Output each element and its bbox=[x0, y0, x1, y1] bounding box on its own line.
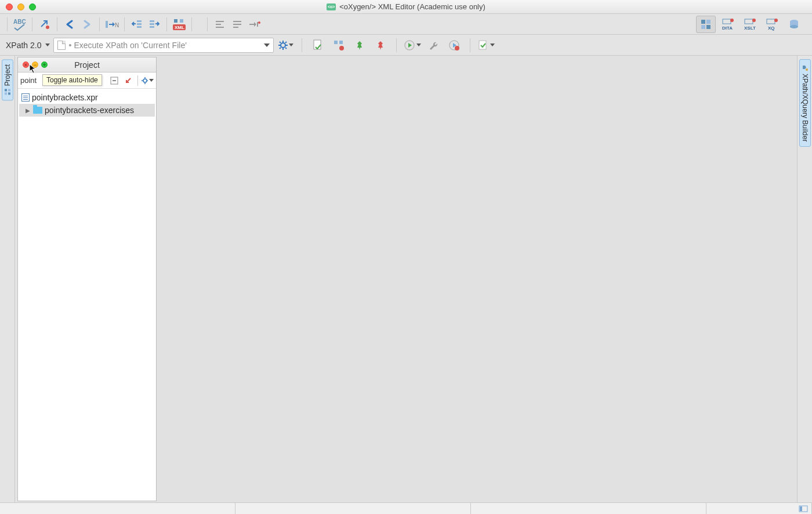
project-dock-label: Project bbox=[3, 64, 12, 86]
dita-perspective-icon: DITA bbox=[720, 18, 735, 31]
back-button[interactable] bbox=[61, 16, 78, 33]
editor-area bbox=[157, 56, 797, 502]
toolbar-separator bbox=[191, 17, 192, 31]
escape-icon bbox=[248, 19, 261, 30]
minimize-window-button[interactable] bbox=[17, 3, 24, 10]
svg-text:XSLT: XSLT bbox=[744, 26, 756, 31]
svg-rect-57 bbox=[8, 89, 10, 91]
status-cell-4 bbox=[706, 503, 812, 514]
shift-left-button[interactable] bbox=[128, 16, 146, 33]
grid-perspective-icon bbox=[700, 19, 712, 30]
debug-button[interactable] bbox=[425, 37, 442, 54]
svg-line-44 bbox=[285, 48, 287, 49]
app-icon: <o> bbox=[327, 3, 336, 10]
project-panel-header: × − + Project bbox=[18, 57, 156, 73]
xpath-builder-dock-tab[interactable]: XPath/XQuery Builder bbox=[799, 59, 811, 147]
svg-point-66 bbox=[806, 68, 808, 71]
toolbar-separator bbox=[396, 38, 397, 52]
close-window-button[interactable] bbox=[6, 3, 13, 10]
align-left-button[interactable] bbox=[211, 16, 229, 33]
svg-rect-5 bbox=[137, 23, 142, 25]
transform-config-button[interactable] bbox=[330, 37, 347, 54]
chevron-down-icon bbox=[490, 44, 495, 46]
xpath-input[interactable]: • Execute XPath on 'Current File' bbox=[53, 38, 274, 53]
external-tool-button[interactable] bbox=[36, 16, 53, 33]
svg-rect-32 bbox=[767, 19, 775, 24]
validate-button[interactable] bbox=[309, 37, 327, 54]
check-button[interactable] bbox=[477, 37, 495, 54]
memory-indicator-icon[interactable] bbox=[799, 505, 808, 512]
xpath-builder-dock-label: XPath/XQuery Builder bbox=[801, 74, 809, 142]
svg-rect-49 bbox=[339, 41, 343, 44]
toolbar-separator bbox=[302, 38, 302, 52]
collapse-icon bbox=[110, 77, 118, 85]
project-tree[interactable]: pointybrackets.xpr ▶ pointybrackets-exer… bbox=[18, 89, 156, 501]
svg-text:N: N bbox=[115, 22, 119, 28]
main-toolbar: ABC N bbox=[0, 14, 812, 35]
link-icon bbox=[124, 77, 132, 85]
project-panel: × − + Project point Toggle auto-hide bbox=[17, 57, 157, 501]
tooltip-text: Toggle auto-hide bbox=[46, 76, 98, 84]
gear-icon bbox=[278, 40, 288, 50]
svg-point-50 bbox=[339, 46, 344, 50]
project-dock-tab[interactable]: Project bbox=[2, 59, 13, 100]
link-editor-button[interactable] bbox=[122, 74, 135, 87]
svg-rect-15 bbox=[216, 24, 221, 25]
last-modification-button[interactable]: N bbox=[103, 16, 121, 33]
right-dock: XPath/XQuery Builder bbox=[797, 56, 812, 502]
perspective-xslt-button[interactable]: XSLT bbox=[740, 16, 760, 33]
tree-folder-label: pointybrackets-exercises bbox=[45, 106, 134, 115]
zoom-window-button[interactable] bbox=[29, 3, 36, 10]
perspective-database-button[interactable] bbox=[784, 16, 804, 33]
xpath-settings-button[interactable] bbox=[277, 37, 295, 54]
perspective-dita-button[interactable]: DITA bbox=[718, 16, 738, 33]
forward-button[interactable] bbox=[78, 16, 96, 33]
svg-rect-14 bbox=[216, 21, 224, 22]
svg-rect-20 bbox=[257, 22, 258, 27]
shift-right-button[interactable] bbox=[146, 16, 163, 33]
svg-rect-8 bbox=[150, 23, 154, 25]
spellcheck-button[interactable]: ABC bbox=[11, 16, 28, 33]
xml-refactor-button[interactable]: XML bbox=[171, 16, 188, 33]
svg-point-61 bbox=[143, 79, 147, 82]
perspective-xquery-button[interactable]: XQ bbox=[762, 16, 782, 33]
window-titlebar: <o> <oXygen/> XML Editor (Academic use o… bbox=[0, 0, 812, 14]
wrench-icon bbox=[428, 40, 438, 50]
panel-close-button[interactable]: × bbox=[23, 61, 29, 68]
svg-point-21 bbox=[258, 21, 260, 24]
run-button[interactable] bbox=[404, 37, 421, 54]
panel-settings-button[interactable] bbox=[141, 74, 154, 87]
toolbar-separator bbox=[137, 75, 138, 86]
panel-maximize-button[interactable]: + bbox=[41, 61, 48, 68]
chevron-down-icon bbox=[416, 44, 421, 46]
escape-selection-button[interactable] bbox=[246, 16, 263, 33]
xpath-toolbar: XPath 2.0 • Execute XPath on 'Current Fi… bbox=[0, 35, 812, 56]
tree-folder-row[interactable]: ▶ pointybrackets-exercises bbox=[19, 104, 155, 117]
document-check2-icon bbox=[477, 39, 489, 51]
pin-icon bbox=[354, 40, 365, 50]
perspective-editor-button[interactable] bbox=[696, 16, 716, 33]
svg-rect-19 bbox=[233, 27, 238, 28]
pin-button[interactable] bbox=[351, 37, 368, 54]
svg-text:XML: XML bbox=[175, 25, 184, 30]
svg-rect-24 bbox=[701, 25, 705, 29]
run-stop-button[interactable] bbox=[445, 37, 463, 54]
collapse-all-button[interactable] bbox=[108, 74, 121, 87]
xpath-placeholder: Execute XPath on 'Current File' bbox=[74, 41, 269, 50]
svg-rect-26 bbox=[723, 19, 731, 24]
project-rail-icon bbox=[4, 88, 11, 95]
status-cell-2 bbox=[235, 503, 471, 514]
main-area: Project × − + Project point Toggle auto-… bbox=[0, 56, 812, 502]
svg-rect-68 bbox=[800, 506, 802, 511]
chevron-down-icon bbox=[149, 79, 154, 82]
toolbar-separator bbox=[470, 38, 470, 52]
tree-root-file[interactable]: pointybrackets.xpr bbox=[19, 91, 155, 104]
xpath-version-dropdown[interactable]: XPath 2.0 bbox=[6, 41, 50, 50]
left-dock: Project bbox=[0, 56, 15, 502]
external-tool-icon bbox=[39, 19, 50, 30]
unpin-button[interactable] bbox=[372, 37, 389, 54]
align-just-button[interactable] bbox=[229, 16, 246, 33]
disclosure-triangle-icon[interactable]: ▶ bbox=[25, 107, 31, 114]
toolbar-separator bbox=[166, 17, 167, 31]
svg-rect-2 bbox=[106, 21, 108, 28]
